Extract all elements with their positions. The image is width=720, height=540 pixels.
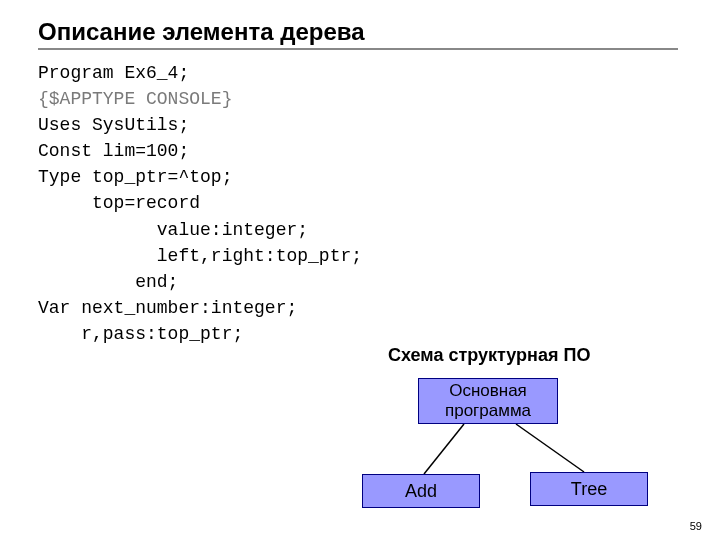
code-line: Uses SysUtils; — [38, 115, 189, 135]
code-line: end; — [38, 272, 178, 292]
svg-line-1 — [516, 424, 584, 472]
code-line: top=record — [38, 193, 200, 213]
code-line: value:integer; — [38, 220, 308, 240]
diagram-box-main-label: Основная программа — [445, 381, 531, 420]
code-line: Const lim=100; — [38, 141, 189, 161]
diagram-box-add: Add — [362, 474, 480, 508]
page-number: 59 — [690, 520, 702, 532]
code-line: left,right:top_ptr; — [38, 246, 362, 266]
code-line: Type top_ptr=^top; — [38, 167, 232, 187]
code-line-directive: {$APPTYPE CONSOLE} — [38, 89, 232, 109]
diagram-box-tree: Tree — [530, 472, 648, 506]
code-line: Program Ex6_4; — [38, 63, 189, 83]
code-block: Program Ex6_4; {$APPTYPE CONSOLE} Uses S… — [38, 60, 720, 347]
diagram-box-tree-label: Tree — [571, 479, 607, 500]
code-line: r,pass:top_ptr; — [38, 324, 243, 344]
svg-line-0 — [424, 424, 464, 474]
slide: Описание элемента дерева Program Ex6_4; … — [0, 0, 720, 540]
diagram-box-add-label: Add — [405, 481, 437, 502]
diagram-box-main: Основная программа — [418, 378, 558, 424]
diagram-title: Схема структурная ПО — [388, 345, 590, 366]
slide-title: Описание элемента дерева — [38, 18, 678, 50]
code-line: Var next_number:integer; — [38, 298, 297, 318]
